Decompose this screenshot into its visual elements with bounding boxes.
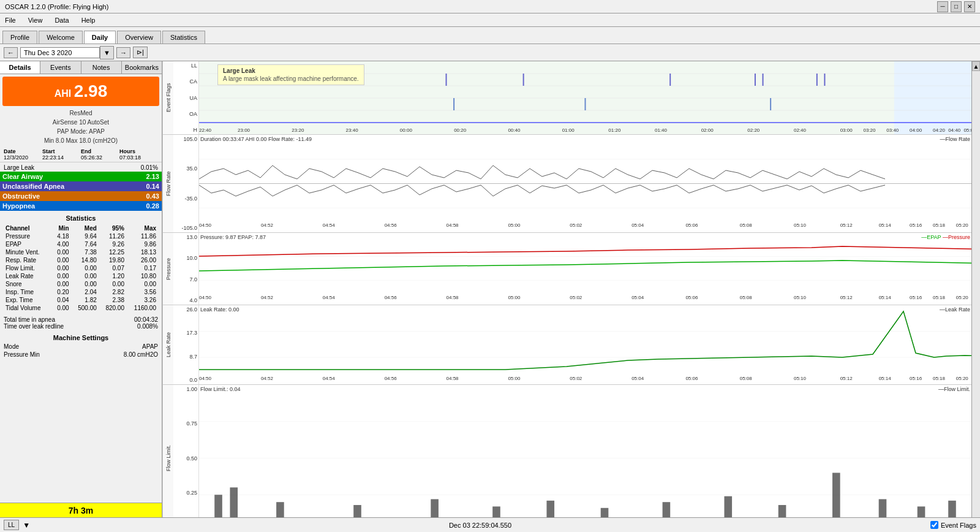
svg-text:05:04: 05:04 [631, 376, 644, 381]
svg-text:05:14: 05:14 [879, 295, 892, 300]
mode-value: APAP [142, 343, 158, 350]
svg-text:05:18: 05:18 [933, 222, 946, 228]
svg-text:02:00: 02:00 [701, 127, 714, 133]
clear-airway-label: Clear Airway [2, 173, 43, 180]
svg-text:05:20: 05:20 [956, 295, 969, 300]
event-flags-check-label: Event Flags [941, 522, 976, 529]
status-left: LL ▼ [4, 520, 30, 530]
ahi-value: 2.98 [74, 82, 108, 101]
svg-text:05:20: 05:20 [956, 376, 969, 381]
svg-text:04:50: 04:50 [199, 222, 212, 228]
stats-row: Snore0.000.000.000.00 [4, 280, 158, 288]
svg-text:03:40: 03:40 [886, 127, 899, 133]
svg-text:05:08: 05:08 [740, 222, 753, 228]
col-min: Min [51, 224, 70, 232]
total-apnea-value: 00:04:32 [134, 316, 158, 323]
tab-welcome[interactable]: Welcome [39, 31, 83, 44]
event-flags-y-axis: LL CA UA OA H [173, 61, 199, 134]
svg-text:05:14: 05:14 [879, 222, 892, 228]
hours-value: 07:03:18 [119, 154, 158, 161]
tab-statistics[interactable]: Statistics [162, 31, 205, 44]
svg-text:04:56: 04:56 [385, 376, 398, 381]
svg-text:01:20: 01:20 [608, 127, 621, 133]
event-flags-label: Event Flags [162, 61, 173, 134]
large-leak-label: Large Leak [4, 164, 34, 171]
flow-rate-chart-area[interactable]: Duration 00:33:47 AHI 0.00 Flow Rate: -1… [199, 135, 971, 232]
back-button[interactable]: ← [4, 47, 18, 58]
statistics-section: Statistics Channel Min Med 95% Max [0, 212, 162, 314]
flow-rate-svg: 04:50 04:52 04:54 04:56 04:58 05:00 05:0… [199, 135, 971, 232]
svg-text:05:04: 05:04 [631, 295, 644, 300]
menubar: File View Data Help [0, 13, 980, 27]
leak-redline-label: Time over leak redline [4, 323, 64, 330]
tab-bookmarks[interactable]: Bookmarks [122, 61, 162, 74]
date-dropdown[interactable]: ▼ [100, 46, 114, 59]
tab-daily[interactable]: Daily [84, 31, 116, 44]
obstructive-label: Obstructive [2, 192, 40, 200]
menu-view[interactable]: View [26, 15, 45, 25]
svg-rect-1 [894, 61, 971, 134]
pressure-chart-area[interactable]: Pressure: 9.87 EPAP: 7.87 —EPAP —Pressur… [199, 233, 971, 305]
stats-row: Exp. Time0.041.822.383.26 [4, 296, 158, 304]
menu-file[interactable]: File [2, 15, 18, 25]
svg-text:05:10: 05:10 [794, 376, 807, 381]
hypopnea-row: Hypopnea 0.28 [0, 201, 162, 211]
ll-dropdown[interactable]: ▼ [23, 521, 30, 530]
tab-events[interactable]: Events [40, 61, 81, 74]
stats-row: Insp. Time0.202.042.823.56 [4, 288, 158, 296]
leak-rate-y-axis: 26.0 17.3 8.7 0.0 [173, 305, 199, 384]
close-button[interactable]: ✕ [964, 1, 975, 12]
leak-rate-svg: 04:50 04:52 04:54 04:56 04:58 05:00 05:0… [199, 305, 971, 384]
status-timestamp: Dec 03 22:59:04.550 [36, 522, 924, 529]
svg-text:04:54: 04:54 [323, 222, 336, 228]
svg-rect-109 [832, 473, 840, 524]
event-flags-checkbox[interactable] [930, 521, 938, 529]
svg-text:04:54: 04:54 [323, 295, 336, 300]
tab-notes[interactable]: Notes [81, 61, 122, 74]
svg-text:05:18: 05:18 [933, 376, 946, 381]
stats-row: Leak Rate0.000.001.2010.80 [4, 272, 158, 280]
leak-rate-chart-area[interactable]: Leak Rate: 0.00 —Leak Rate 04:50 04:52 0… [199, 305, 971, 384]
mode-label: Mode [4, 343, 19, 350]
scroll-up-button[interactable]: ▲ [972, 61, 980, 71]
svg-text:05:14: 05:14 [879, 376, 892, 381]
svg-text:04:00: 04:00 [910, 127, 922, 133]
flow-limit-chart-area[interactable]: Flow Limit.: 0.04 —Flow Limit. [199, 385, 971, 531]
ll-button[interactable]: LL [4, 520, 19, 530]
hypopnea-value: 0.28 [146, 202, 159, 210]
date-input[interactable] [20, 47, 100, 58]
tab-profile[interactable]: Profile [2, 31, 37, 44]
statusbar: LL ▼ Dec 03 22:59:04.550 Event Flags [0, 517, 980, 532]
minimize-button[interactable]: ─ [937, 1, 948, 12]
device-pressure: Min 8.0 Max 18.0 (cmH2O) [2, 136, 159, 145]
svg-text:05:04: 05:04 [631, 222, 644, 228]
svg-text:05:10: 05:10 [794, 295, 807, 300]
leak-redline-value: 0.008% [137, 323, 158, 330]
right-scrollbar[interactable]: ▲ ▼ [971, 61, 980, 532]
svg-text:05:06: 05:06 [685, 295, 698, 300]
status-right: Event Flags [930, 521, 976, 529]
forward-button[interactable]: → [116, 47, 130, 58]
pressure-min-value: 8.00 cmH2O [124, 351, 158, 358]
svg-text:04:20: 04:20 [933, 127, 946, 133]
menu-help[interactable]: Help [79, 15, 98, 25]
svg-text:05:16: 05:16 [910, 376, 922, 381]
svg-text:03:20: 03:20 [863, 127, 876, 133]
tab-overview[interactable]: Overview [117, 31, 161, 44]
menu-data[interactable]: Data [52, 15, 71, 25]
svg-text:01:40: 01:40 [655, 127, 668, 133]
svg-text:04:58: 04:58 [447, 376, 459, 381]
svg-text:04:58: 04:58 [447, 222, 459, 228]
title-text: OSCAR 1.2.0 (Profile: Flying High) [5, 3, 108, 10]
maximize-button[interactable]: □ [951, 1, 962, 12]
event-flags-chart-area[interactable]: Large Leak A large mask leak affecting m… [199, 61, 971, 134]
svg-text:04:52: 04:52 [261, 222, 274, 228]
svg-text:05:00: 05:00 [963, 127, 971, 133]
col-start: Start [42, 148, 81, 154]
skip-forward-button[interactable]: ⊳| [133, 47, 148, 58]
flow-limit-legend: —Flow Limit. [938, 386, 970, 392]
navbar: ← ▼ → ⊳| [0, 44, 980, 61]
tab-details[interactable]: Details [0, 61, 40, 74]
svg-text:04:50: 04:50 [199, 295, 212, 300]
svg-text:05:08: 05:08 [740, 376, 753, 381]
